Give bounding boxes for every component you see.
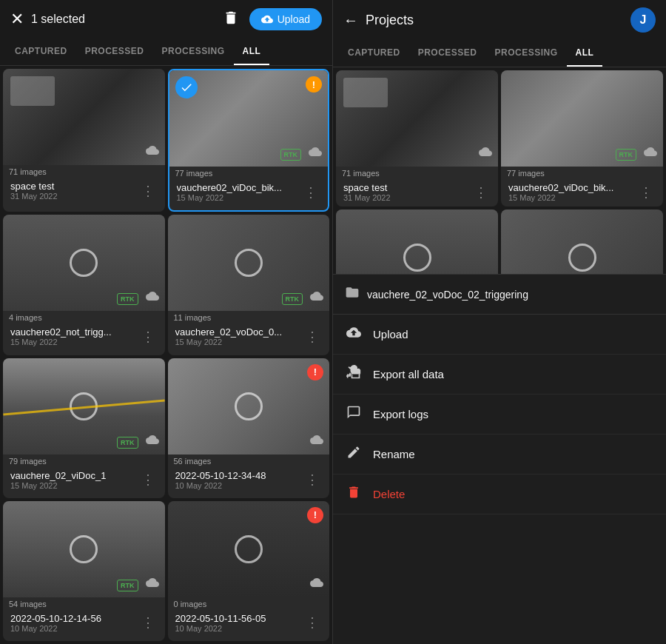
close-button[interactable]: ✕ [10,10,24,29]
delete-icon [345,485,363,503]
tab-captured[interactable]: CAPTURED [6,38,76,65]
delete-selected-button[interactable] [223,10,239,30]
image-count-card-1: 71 images [9,167,47,176]
card-count-row-card-5: 79 images [3,455,165,466]
image-count-card-7: 54 images [9,600,47,608]
context-rename[interactable]: Rename [333,435,666,474]
cloud-icon-r-card-1 [479,145,492,161]
more-button-card-4[interactable]: ⋮ [303,327,322,346]
card-name-r-card-2: vauchere02_viDoc_bik... [508,182,636,193]
card-thumbnail-card-5: RTK [3,358,165,455]
card-info-card-4: vauchere_02_voDoc_0... 15 May 2022 ⋮ [168,322,330,351]
context-delete-label: Delete [373,488,405,500]
card-date-card-4: 15 May 2022 [175,338,303,346]
card-count-row-card-8: 0 images [168,597,330,608]
right-tab-processing[interactable]: PROCESSING [486,40,567,67]
right-header: ← Projects J [333,0,666,40]
card-info-r-card-2: vauchere02_viDoc_bik... 15 May 2022 ⋮ [501,178,663,207]
more-button-card-7[interactable]: ⋮ [138,613,158,632]
card-thumbnail-r-card-1 [336,70,498,167]
project-card-card-1[interactable]: 71 images space test 31 May 2022 ⋮ [3,69,165,212]
more-button-card-6[interactable]: ⋮ [303,470,322,489]
card-text-card-6: 2022-05-10-12-34-48 10 May 2022 [175,470,303,490]
card-thumbnail-card-2: !RTK [169,70,329,167]
project-card-card-3[interactable]: RTK 4 images vauchere02_not_trigg... 15 … [3,215,165,355]
project-card-card-4[interactable]: RTK 11 images vauchere_02_voDoc_0... 15 … [168,215,330,355]
back-button[interactable]: ← [343,12,358,29]
card-name-card-8: 2022-05-10-11-56-05 [175,613,303,624]
upload-button[interactable]: Upload [249,8,322,30]
card-thumbnail-card-3: RTK [3,215,165,311]
project-card-card-7[interactable]: RTK 54 images 2022-05-10-12-14-56 10 May… [3,501,165,641]
project-card-r-card-2[interactable]: RTK 77 images vauchere02_viDoc_bik... 15… [501,70,663,207]
project-card-card-2[interactable]: !RTK 77 images vauchere02_viDoc_bik... 1… [168,69,330,212]
more-button-r-card-2[interactable]: ⋮ [636,183,656,202]
right-tabs: CAPTURED PROCESSED PROCESSING ALL [333,40,666,67]
right-tab-all[interactable]: ALL [567,40,603,67]
project-card-card-5[interactable]: RTK 79 images vauchere_02_viDoc_1 15 May… [3,358,165,498]
card-info-card-7: 2022-05-10-12-14-56 10 May 2022 ⋮ [3,608,165,637]
context-upload[interactable]: Upload [333,315,666,355]
image-count-card-6: 56 images [174,457,212,466]
rtk-badge-card-7: RTK [117,580,138,591]
card-count-row-card-3: 4 images [3,311,165,322]
tab-processed[interactable]: PROCESSED [76,38,153,65]
project-card-card-6[interactable]: ! 56 images 2022-05-10-12-34-48 10 May 2… [168,358,330,498]
rtk-badge-r-card-2: RTK [616,149,637,161]
error-badge-card-8: ! [307,507,323,523]
card-date-r-card-2: 15 May 2022 [508,193,636,202]
card-count-row-card-2: 77 images [169,167,329,178]
selected-count: 1 selected [31,13,223,26]
cloud-icon-card-8 [310,576,323,591]
card-info-card-1: space test 31 May 2022 ⋮ [3,176,165,205]
cloud-icon-card-7 [146,576,159,591]
card-count-row-r-card-2: 77 images [501,167,663,178]
avatar[interactable]: J [630,7,656,33]
rtk-badge-card-4: RTK [282,293,303,305]
card-name-card-4: vauchere_02_voDoc_0... [175,326,303,338]
more-button-card-8[interactable]: ⋮ [303,613,322,632]
card-name-card-5: vauchere_02_viDoc_1 [10,470,138,481]
card-thumbnail-card-1 [3,69,165,165]
right-tab-processed[interactable]: PROCESSED [409,40,486,67]
left-project-grid: 71 images space test 31 May 2022 ⋮ !RTK … [0,66,332,644]
cloud-icon-card-3 [146,289,159,305]
tab-processing[interactable]: PROCESSING [153,38,234,65]
more-button-card-5[interactable]: ⋮ [138,470,158,489]
project-card-r-card-1[interactable]: 71 images space test 31 May 2022 ⋮ [336,70,498,207]
card-count-row-card-4: 11 images [168,311,330,322]
left-panel: ✕ 1 selected Upload CAPTURED PROCESSED P… [0,0,333,644]
card-name-card-3: vauchere02_not_trigg... [10,326,138,338]
card-info-card-6: 2022-05-10-12-34-48 10 May 2022 ⋮ [168,466,330,494]
tab-all[interactable]: ALL [234,38,270,65]
more-button-card-3[interactable]: ⋮ [138,327,158,346]
context-menu: vauchere_02_voDoc_02_triggering Upload E… [333,274,666,644]
context-export-logs[interactable]: Export logs [333,395,666,435]
project-card-card-8[interactable]: ! 0 images 2022-05-10-11-56-05 10 May 20… [168,501,330,641]
image-count-card-8: 0 images [174,600,207,608]
image-count-card-5: 79 images [9,457,47,466]
more-button-r-card-1[interactable]: ⋮ [471,183,491,202]
more-button-card-2[interactable]: ⋮ [301,183,320,202]
context-export-data-label: Export all data [373,368,444,380]
card-date-card-3: 15 May 2022 [10,338,138,346]
context-export-logs-label: Export logs [373,408,428,420]
card-text-card-8: 2022-05-10-11-56-05 10 May 2022 [175,613,303,633]
more-button-card-1[interactable]: ⋮ [138,181,158,201]
card-thumbnail-card-8: ! [168,501,330,597]
cloud-icon-card-4 [310,289,323,305]
card-count-row-r-card-1: 71 images [336,167,498,178]
card-count-row-card-6: 56 images [168,455,330,466]
card-info-card-5: vauchere_02_viDoc_1 15 May 2022 ⋮ [3,466,165,494]
error-badge-card-6: ! [307,364,323,380]
card-date-card-6: 10 May 2022 [175,481,303,490]
right-tab-captured[interactable]: CAPTURED [339,40,409,67]
card-name-card-1: space test [10,181,138,192]
context-export-data[interactable]: Export all data [333,355,666,395]
export-logs-icon [345,405,363,423]
context-delete[interactable]: Delete [333,474,666,514]
folder-icon [345,285,360,303]
context-rename-label: Rename [373,448,415,460]
card-text-card-7: 2022-05-10-12-14-56 10 May 2022 [10,613,138,633]
card-date-card-7: 10 May 2022 [10,624,138,633]
